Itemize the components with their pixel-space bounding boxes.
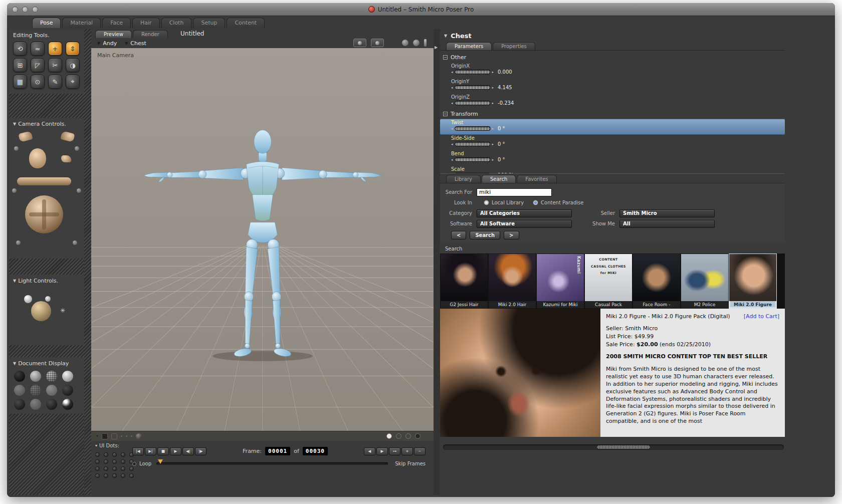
last-frame-button[interactable]: ▶|	[145, 447, 156, 455]
twist-dial[interactable]	[455, 126, 491, 131]
ui-dot[interactable]	[121, 459, 125, 464]
ui-dot[interactable]	[112, 452, 117, 457]
dial-left-arrow-icon[interactable]: ◂	[451, 86, 453, 90]
dial-right-arrow-icon[interactable]: ▸	[492, 86, 494, 90]
tab-cloth[interactable]: Cloth	[161, 18, 192, 28]
play-button[interactable]: ▶	[170, 447, 181, 455]
camera-right-hand-icon[interactable]	[60, 131, 75, 142]
tab-face[interactable]: Face	[102, 18, 131, 28]
hand-camera-icon[interactable]	[61, 155, 71, 162]
collapse-triangle-icon[interactable]: ▾	[95, 443, 97, 448]
result-g2-jessi-hair[interactable]: G2 Jessi Hair	[441, 254, 488, 308]
light-sphere-icon[interactable]	[45, 296, 51, 302]
display-style-smooth-shaded-icon[interactable]	[14, 399, 25, 410]
search-input[interactable]	[477, 188, 552, 196]
andy-figure[interactable]	[119, 117, 405, 362]
create-light-icon[interactable]: ✳	[60, 307, 65, 314]
tab-setup[interactable]: Setup	[193, 18, 225, 28]
category-dropdown[interactable]: All Categories	[477, 209, 572, 217]
tab-preview[interactable]: Preview	[95, 30, 132, 38]
display-style-silhouette-icon[interactable]	[14, 371, 25, 382]
rotate-tool-icon[interactable]: ⟲	[13, 42, 27, 56]
camera-dot-icon[interactable]	[12, 188, 17, 193]
originz-dial[interactable]	[455, 101, 491, 105]
local-library-radio[interactable]	[484, 200, 489, 205]
show-me-dropdown[interactable]: All	[619, 220, 715, 228]
display-style-wireframe-icon[interactable]	[46, 371, 57, 382]
display-style-cartoon-icon[interactable]	[62, 385, 73, 396]
dial-right-arrow-icon[interactable]: ▸	[492, 70, 494, 74]
bend-dial[interactable]	[455, 157, 491, 162]
ui-dot[interactable]	[95, 452, 100, 457]
display-style-smooth-lined-icon[interactable]	[30, 399, 41, 410]
seller-dropdown[interactable]: Smith Micro	[619, 209, 715, 217]
ui-dot[interactable]	[121, 466, 125, 471]
ui-dot[interactable]	[112, 466, 117, 471]
dial-right-arrow-icon[interactable]: ▸	[492, 101, 494, 105]
result-casual-pack[interactable]: CONTENT CASUAL CLOTHES for MIKI Casual P…	[585, 254, 632, 308]
display-dot-outline2-icon[interactable]	[405, 433, 411, 439]
ui-dot[interactable]	[121, 452, 125, 457]
direct-manipulation-tool-icon[interactable]: ⌖	[66, 75, 80, 89]
translate-in-out-tool-icon[interactable]: ⇕	[66, 42, 80, 56]
software-dropdown[interactable]: All Software	[477, 220, 572, 228]
camera-view-multi-icon[interactable]	[371, 39, 384, 47]
loop-toggle[interactable]: Loop	[132, 461, 151, 466]
first-frame-button[interactable]: |◀	[132, 447, 144, 455]
dial-left-arrow-icon[interactable]: ◂	[451, 158, 453, 162]
display-dot-dark-icon[interactable]	[415, 433, 420, 439]
ui-dot[interactable]	[95, 459, 100, 464]
next-keyframe-button[interactable]: ▶	[376, 447, 388, 455]
collapse-box-icon[interactable]	[443, 55, 448, 60]
ui-dot[interactable]	[95, 466, 100, 471]
tab-parameters[interactable]: Parameters	[446, 42, 492, 50]
display-style-outline-icon[interactable]	[30, 371, 41, 382]
face-camera-icon[interactable]	[29, 148, 46, 168]
camera-view-preset-icon[interactable]	[353, 39, 366, 47]
local-library-radio-label[interactable]: Local Library	[492, 200, 524, 205]
strip-triangle-icon[interactable]: ▾	[96, 434, 98, 438]
previous-page-button[interactable]: <	[451, 231, 466, 239]
twist-tool-icon[interactable]: ≈	[31, 42, 45, 56]
content-paradise-radio-label[interactable]: Content Paradise	[541, 200, 583, 205]
taper-tool-icon[interactable]: ◸	[31, 58, 45, 72]
result-kazumi-for-miki[interactable]: Kazumi Kazumi for Miki	[537, 254, 584, 308]
previous-frame-button[interactable]: ◀|	[182, 447, 194, 455]
camera-dot-icon[interactable]	[77, 188, 81, 193]
camera-trackball-icon[interactable]	[25, 195, 63, 233]
scale-tool-icon[interactable]: ⊞	[13, 58, 27, 72]
camera-link-dot-icon[interactable]	[14, 146, 19, 151]
frame-slider-marker[interactable]	[158, 459, 163, 464]
add-keyframe-button[interactable]: +	[401, 447, 413, 455]
tab-library[interactable]: Library	[446, 175, 481, 183]
actor-selector[interactable]: ▼ Chest	[125, 40, 146, 47]
tab-hair[interactable]: Hair	[132, 18, 160, 28]
display-style-flat-lined-icon[interactable]	[46, 385, 57, 396]
tab-properties[interactable]: Properties	[493, 42, 535, 50]
figure-selector[interactable]: ▼ Andy	[97, 40, 117, 47]
collapse-triangle-icon[interactable]: ▼	[13, 279, 16, 283]
current-frame-counter[interactable]: 00001	[265, 447, 290, 455]
horizontal-scrollbar[interactable]	[443, 444, 784, 450]
dial-left-arrow-icon[interactable]: ◂	[451, 101, 453, 105]
display-style-hidden-line-icon[interactable]	[14, 385, 25, 396]
dial-right-arrow-icon[interactable]: ▸	[492, 127, 494, 131]
ui-dot[interactable]	[112, 459, 117, 464]
search-button[interactable]: Search	[470, 231, 500, 239]
tab-search[interactable]: Search	[482, 175, 516, 183]
camera-link-dot-icon[interactable]	[75, 146, 79, 151]
result-miki-20-figure[interactable]: Miki 2.0 Figure	[729, 254, 776, 308]
dial-right-arrow-icon[interactable]: ▸	[492, 158, 494, 162]
translate-pull-tool-icon[interactable]: +	[48, 42, 62, 56]
side-side-dial[interactable]	[455, 142, 491, 146]
ui-dot[interactable]	[104, 459, 108, 464]
frame-slider[interactable]	[156, 462, 388, 465]
panel-collapse-arrow-icon[interactable]: ▶	[435, 45, 438, 50]
depth-cue-icon[interactable]	[102, 433, 108, 439]
color-tool-icon[interactable]: ◑	[66, 58, 80, 72]
originy-dial[interactable]	[455, 85, 491, 90]
display-style-lit-wireframe-icon[interactable]	[62, 371, 73, 382]
tab-content[interactable]: Content	[227, 18, 265, 28]
tracking-mode-icon[interactable]	[111, 433, 117, 439]
light-sphere-icon[interactable]	[24, 295, 32, 303]
